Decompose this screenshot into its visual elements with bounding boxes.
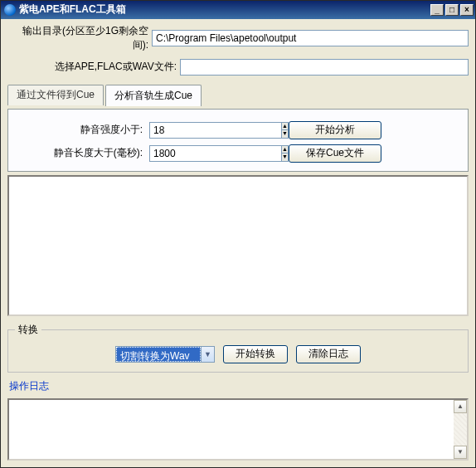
window-title: 紫电APE和FLAC工具箱 [19, 2, 430, 17]
chevron-down-icon: ▼ [201, 347, 214, 362]
log-label: 操作日志 [7, 378, 469, 395]
close-button[interactable]: × [460, 4, 474, 16]
convert-mode-select[interactable]: 切割转换为Wav ▼ [115, 346, 215, 363]
scroll-track[interactable] [454, 413, 467, 446]
spin-down-icon[interactable]: ▼ [281, 129, 289, 139]
silence-intensity-input[interactable] [149, 122, 281, 139]
start-convert-button[interactable]: 开始转换 [223, 345, 288, 363]
client-area: 输出目录(分区至少1G剩余空间): 选择APE,FLAC或WAV文件: 通过文件… [1, 19, 475, 467]
tab-strip: 通过文件得到Cue 分析音轨生成Cue [7, 84, 469, 105]
output-dir-input[interactable] [152, 30, 469, 46]
silence-length-label: 静音长度大于(毫秒): [17, 146, 143, 160]
select-file-row: 选择APE,FLAC或WAV文件: [7, 59, 469, 76]
convert-row: 切割转换为Wav ▼ 开始转换 清除日志 [15, 345, 461, 363]
maximize-button[interactable]: □ [445, 4, 459, 16]
log-scrollbar[interactable]: ▲ ▼ [454, 400, 467, 459]
silence-intensity-spin-buttons: ▲ ▼ [281, 122, 289, 139]
convert-legend: 转换 [15, 323, 41, 337]
output-dir-label: 输出目录(分区至少1G剩余空间): [7, 24, 148, 52]
select-file-input[interactable] [180, 59, 469, 76]
scroll-down-icon[interactable]: ▼ [454, 446, 467, 459]
output-dir-row: 输出目录(分区至少1G剩余空间): [7, 24, 469, 52]
minimize-button[interactable]: _ [430, 4, 444, 16]
convert-mode-value: 切割转换为Wav [116, 347, 201, 362]
log-panel[interactable]: ▲ ▼ [7, 398, 469, 461]
silence-length-spin-buttons: ▲ ▼ [281, 145, 289, 162]
silence-intensity-row: 静音强度小于: ▲ ▼ 开始分析 [17, 121, 459, 139]
scroll-up-icon[interactable]: ▲ [454, 400, 467, 413]
silence-length-input[interactable] [149, 145, 281, 162]
app-window: 紫电APE和FLAC工具箱 _ □ × 输出目录(分区至少1G剩余空间): 选择… [0, 0, 476, 468]
tab-analyze-cue[interactable]: 分析音轨生成Cue [105, 85, 202, 106]
spin-down-icon[interactable]: ▼ [281, 153, 289, 162]
convert-group: 转换 切割转换为Wav ▼ 开始转换 清除日志 [7, 323, 469, 373]
spin-up-icon[interactable]: ▲ [281, 145, 289, 154]
window-buttons: _ □ × [430, 4, 474, 16]
spin-up-icon[interactable]: ▲ [281, 122, 289, 130]
result-list[interactable] [7, 175, 469, 316]
silence-intensity-label: 静音强度小于: [17, 123, 143, 137]
silence-intensity-spinner: ▲ ▼ [149, 122, 260, 139]
title-bar: 紫电APE和FLAC工具箱 _ □ × [1, 1, 475, 19]
app-icon [4, 4, 16, 16]
save-cue-button[interactable]: 保存Cue文件 [289, 144, 381, 163]
tab-panel-analyze: 静音强度小于: ▲ ▼ 开始分析 静音长度大于(毫秒): ▲ [7, 109, 469, 172]
silence-length-row: 静音长度大于(毫秒): ▲ ▼ 保存Cue文件 [17, 144, 459, 163]
silence-length-spinner: ▲ ▼ [149, 145, 260, 162]
clear-log-button[interactable]: 清除日志 [296, 345, 361, 363]
tab-file-to-cue[interactable]: 通过文件得到Cue [7, 85, 104, 105]
select-file-label: 选择APE,FLAC或WAV文件: [7, 60, 177, 74]
start-analyze-button[interactable]: 开始分析 [289, 121, 381, 139]
